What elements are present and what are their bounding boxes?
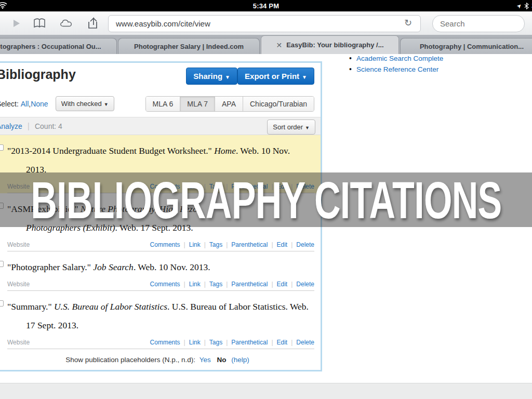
tab-label: Photography | Communication... [420,43,524,50]
slide-bottom-margin [0,383,532,399]
search-input[interactable] [432,15,525,32]
divider: | [226,281,228,288]
status-clock: 5:34 PM [253,2,280,10]
edit-link[interactable]: Edit [277,241,288,248]
chevron-down-icon: ▼ [225,74,230,80]
chevron-down-icon: ▼ [302,74,307,80]
bluetooth-icon [524,3,529,9]
tab-label: Photographer Salary | Indeed.com [134,43,244,50]
forward-icon[interactable] [9,17,23,30]
citation-actions-row: WebsiteComments|Link|Tags|Parenthetical|… [7,238,314,251]
placeholders-label: Show publication placeholders (N.p., n.d… [65,356,195,364]
analyze-bar: Analyze | Count: 4 Sort order▼ [0,117,321,135]
citation-row-3: "Summary." U.S. Bureau of Labor Statisti… [0,291,321,349]
link-link[interactable]: Link [189,241,201,248]
database-link-1[interactable]: Science Reference Center [356,64,443,75]
comments-link[interactable]: Comments [150,339,180,346]
database-link-0[interactable]: Academic Search Complete [356,54,443,64]
panel-header: Bibliography Sharing▼ Export or Print▼ [0,67,321,89]
close-tab-icon[interactable]: ✕ [276,41,282,49]
chevron-down-icon: ▼ [305,125,310,130]
sort-order-dropdown[interactable]: Sort order▼ [267,119,315,135]
divider: | [291,339,292,346]
style-tab-mla-6[interactable]: MLA 6 [146,97,180,111]
tags-link[interactable]: Tags [209,281,222,288]
source-type-label: Website [7,339,30,346]
style-tab-chicago-turabian[interactable]: Chicago/Turabian [243,97,314,111]
citation-actions-row: WebsiteComments|Link|Tags|Parenthetical|… [7,336,314,349]
tags-link[interactable]: Tags [209,339,222,346]
source-type-label: Website [7,281,30,288]
comments-link[interactable]: Comments [150,241,180,248]
source-type-label: Website [7,241,30,248]
citation-text: "Photographer Salary." Job Search. Web. … [7,258,314,276]
citation-text: "Summary." U.S. Bureau of Labor Statisti… [7,297,314,335]
edit-link[interactable]: Edit [277,281,288,288]
browser-tab-2[interactable]: ✕EasyBib: Your bibliography /... [261,35,399,54]
browser-toolbar: ↻ [0,11,532,35]
divider: | [271,281,273,288]
browser-tab-1[interactable]: Photographer Salary | Indeed.com [118,38,260,54]
select-label: Select: [0,100,19,108]
bookmarks-icon[interactable] [33,17,46,30]
style-tab-apa[interactable]: APA [215,97,243,111]
divider: | [28,122,30,131]
tab-label: EasyBib: Your bibliography /... [286,41,383,49]
location-arrow-icon: ➤ [515,2,524,10]
placeholders-no-value[interactable]: No [217,356,227,364]
refresh-icon[interactable]: ↻ [404,17,412,29]
divider: | [184,281,185,288]
delete-link[interactable]: Delete [296,339,314,346]
database-links-list: Academic Search CompleteScience Referenc… [356,54,443,75]
comments-link[interactable]: Comments [150,281,180,288]
slide-caption-overlay: BIBLIOGRAPHY CITATIONS [0,172,532,227]
divider: | [226,339,228,346]
divider: | [204,339,206,346]
status-bar: 5:34 PM ➤ 2 [0,0,532,11]
browser-tab-0[interactable]: tographers : Occupational Ou... [0,38,117,54]
divider: | [271,339,273,346]
page-title: Bibliography [0,67,76,82]
divider: | [204,241,206,248]
select-none-link[interactable]: None [31,100,48,108]
divider: | [226,241,228,248]
divider: | [204,281,206,288]
placeholders-yes-link[interactable]: Yes [200,356,211,364]
browser-tab-3[interactable]: Photography | Communication... [400,38,532,54]
citation-checkbox[interactable] [0,144,4,151]
sharing-button[interactable]: Sharing▼ [186,68,237,85]
citation-checkbox[interactable] [0,300,4,307]
parenthetical-link[interactable]: Parenthetical [231,281,268,288]
edit-link[interactable]: Edit [277,339,288,346]
analyze-link[interactable]: Analyze [0,122,22,130]
slide-title: BIBLIOGRAPHY CITATIONS [31,174,501,226]
share-icon[interactable] [87,17,100,30]
url-address-bar[interactable] [108,15,421,32]
parenthetical-link[interactable]: Parenthetical [231,339,268,346]
citation-row-2: "Photographer Salary." Job Search. Web. … [0,251,321,291]
style-tab-mla-7[interactable]: MLA 7 [180,97,215,111]
with-checked-dropdown[interactable]: With checked▼ [56,96,114,111]
link-link[interactable]: Link [189,339,201,346]
divider: | [271,241,273,248]
help-link[interactable]: (help) [231,356,249,364]
citation-checkbox[interactable] [0,261,4,267]
cloud-tabs-icon[interactable] [60,17,73,30]
citation-style-tabs: MLA 6MLA 7APAChicago/Turabian [145,96,314,112]
export-print-button[interactable]: Export or Print▼ [237,68,314,85]
tab-bar: tographers : Occupational Ou...Photograp… [0,35,532,54]
link-link[interactable]: Link [189,281,201,288]
parenthetical-link[interactable]: Parenthetical [231,241,268,248]
tab-label: tographers : Occupational Ou... [0,43,101,50]
delete-link[interactable]: Delete [296,281,314,288]
citation-list: "2013-2014 Undergraduate Student Budget … [0,135,321,349]
divider: | [291,281,292,288]
divider: | [291,241,292,248]
select-all-link[interactable]: All [21,100,29,108]
tags-link[interactable]: Tags [209,241,222,248]
citation-count: Count: 4 [35,122,62,130]
divider: | [184,241,185,248]
select-row: Select: All, None With checked▼ MLA 6MLA… [0,95,321,112]
delete-link[interactable]: Delete [296,241,314,248]
placeholders-row: Show publication placeholders (N.p., n.d… [0,349,321,369]
